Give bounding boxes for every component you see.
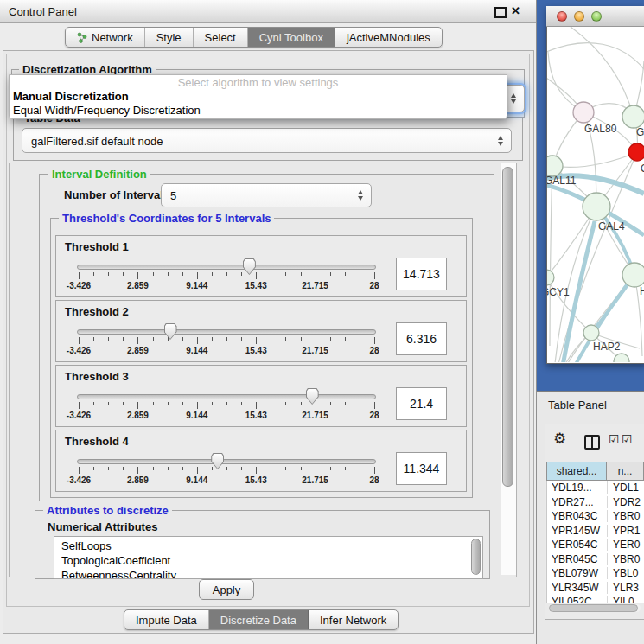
threshold-label: Threshold 4: [65, 435, 129, 448]
tab-select[interactable]: Select: [194, 28, 248, 47]
vertical-scrollbar-thumb[interactable]: [502, 167, 513, 487]
threshold-2-slider-track[interactable]: [77, 329, 376, 335]
network-node-gal11[interactable]: [547, 156, 563, 176]
cell-shared-name: YDL19...: [547, 481, 608, 494]
threshold-1-value-field[interactable]: 14.713: [396, 258, 447, 290]
list-scrollbar-thumb[interactable]: [471, 539, 481, 575]
slider-tick: [108, 337, 109, 341]
slider-tick: [345, 272, 346, 276]
column-header-n[interactable]: n...: [607, 462, 644, 481]
split-columns-icon[interactable]: [584, 435, 600, 450]
network-node-gcy1[interactable]: [547, 270, 554, 285]
slider-tick-label: 21.715: [302, 475, 328, 485]
slider-tick: [285, 402, 286, 405]
table-row[interactable]: YDL19...YDL1: [547, 481, 644, 495]
float-window-icon[interactable]: [494, 7, 507, 18]
dropdown-option-manual-discretization[interactable]: Manual Discretization: [10, 90, 507, 104]
threshold-1-slider-track[interactable]: [77, 265, 376, 270]
horizontal-scrollbar-thumb[interactable]: [549, 604, 638, 612]
network-canvas[interactable]: GAL80GACGAL11GAL4GCY1HHAP2: [547, 27, 644, 362]
slider-tick: [226, 467, 227, 470]
slider-tick: [256, 402, 257, 409]
table-row[interactable]: YBR043CYBR0: [547, 509, 644, 524]
slider-tick: [345, 467, 346, 470]
table-row[interactable]: YBR045CYBR0: [547, 552, 644, 567]
tab-jactivemnodules[interactable]: jActiveMNodules: [335, 28, 442, 47]
table-row[interactable]: YPR145WYPR1: [547, 524, 644, 539]
node-label: C: [641, 163, 644, 175]
control-panel-titlebar[interactable]: [0, 0, 536, 23]
threshold-4-panel: Threshold 4-3.4262.8599.14415.4321.71528…: [55, 430, 467, 492]
zoom-traffic-light-icon[interactable]: [591, 11, 602, 22]
column-header-shared[interactable]: shared...: [546, 462, 607, 481]
threshold-2-panel: Threshold 2-3.4262.8599.14415.4321.71528…: [55, 300, 467, 362]
list-item-betweennesscentrality[interactable]: BetweennessCentrality: [54, 568, 482, 579]
checkbox-icon[interactable]: ☑: [622, 433, 633, 445]
table-data-combobox[interactable]: galFiltered.sif default node: [22, 128, 512, 153]
table-row[interactable]: YDR27...YDR2: [547, 495, 644, 510]
threshold-4-value-field[interactable]: 11.344: [396, 452, 447, 485]
slider-tick: [374, 272, 375, 279]
threshold-4-slider-thumb[interactable]: [211, 453, 224, 469]
threshold-3-slider-thumb[interactable]: [306, 388, 319, 405]
threshold-3-value-field[interactable]: 21.4: [396, 387, 447, 420]
slider-tick: [182, 402, 183, 405]
tab-infer-network[interactable]: Infer Network: [309, 610, 398, 629]
cell-shared-name: YBL079W: [547, 567, 608, 579]
threshold-2-slider-thumb[interactable]: [164, 323, 177, 340]
network-node-c[interactable]: [628, 143, 644, 161]
table-row[interactable]: YLR345WYLR3: [547, 581, 644, 596]
network-node[interactable]: [614, 354, 629, 362]
network-node-gal4[interactable]: [583, 193, 610, 220]
slider-tick: [374, 337, 375, 344]
slider-tick-label: 2.859: [127, 475, 149, 485]
dropdown-placeholder: Select algorithm to view settings: [10, 75, 507, 90]
node-label: GAL11: [547, 175, 577, 187]
checkbox-icon[interactable]: ☑: [609, 433, 620, 445]
interval-definition-title: Interval Definition: [48, 169, 150, 181]
dropdown-option-equal-width-frequency-discretization[interactable]: Equal Width/Frequency Discretization: [10, 104, 507, 118]
network-node-hap2[interactable]: [583, 325, 599, 341]
tab-network[interactable]: Network: [66, 28, 145, 47]
close-traffic-light-icon[interactable]: [557, 11, 567, 22]
slider-tick: [197, 467, 198, 474]
slider-tick: [168, 402, 169, 405]
close-icon[interactable]: ✕: [511, 4, 520, 17]
slider-tick: [256, 272, 257, 279]
network-node-h[interactable]: [622, 263, 644, 287]
slider-tick: [271, 337, 271, 341]
tab-label: Style: [156, 31, 182, 44]
slider-tick-label: 28: [369, 281, 379, 290]
number-of-intervals-combobox[interactable]: 5: [161, 183, 372, 207]
node-label: GAL4: [598, 220, 625, 233]
slider-tick: [316, 272, 316, 279]
threshold-2-value-field[interactable]: 6.316: [396, 322, 447, 355]
network-node-gal80[interactable]: [573, 102, 594, 123]
table-row[interactable]: YBL079WYBL0: [547, 566, 644, 581]
slider-tick: [241, 272, 242, 276]
slider-tick: [212, 337, 213, 341]
list-item-selfloops[interactable]: SelfLoops: [54, 539, 482, 553]
threshold-4-slider-track[interactable]: [77, 459, 376, 464]
slider-tick: [316, 402, 316, 409]
tab-style[interactable]: Style: [145, 28, 194, 47]
tab-label: Select: [205, 31, 236, 44]
list-item-topologicalcoefficient[interactable]: TopologicalCoefficient: [54, 553, 482, 568]
control-panel-tabs: NetworkStyleSelectCyni ToolboxjActiveMNo…: [65, 27, 443, 48]
network-node-ga[interactable]: [622, 105, 644, 128]
tab-discretize-data[interactable]: Discretize Data: [209, 610, 309, 629]
slider-tick-label: 15.43: [245, 411, 267, 420]
cell-name: YPR1: [608, 525, 644, 537]
slider-tick-label: -3.426: [67, 281, 91, 290]
apply-button[interactable]: Apply: [199, 579, 254, 600]
tab-cyni-toolbox[interactable]: Cyni Toolbox: [248, 28, 335, 47]
table-row[interactable]: YIL052CYIL0: [547, 595, 644, 603]
slider-tick: [360, 402, 360, 405]
table-row[interactable]: YER054CYER0: [547, 538, 644, 552]
gear-icon[interactable]: ⚙: [553, 431, 566, 446]
minimize-traffic-light-icon[interactable]: [574, 11, 584, 22]
threshold-3-slider-track[interactable]: [77, 394, 376, 399]
threshold-1-slider-thumb[interactable]: [243, 258, 256, 275]
tab-impute-data[interactable]: Impute Data: [124, 610, 209, 629]
table-data-value: galFiltered.sif default node: [31, 134, 163, 147]
